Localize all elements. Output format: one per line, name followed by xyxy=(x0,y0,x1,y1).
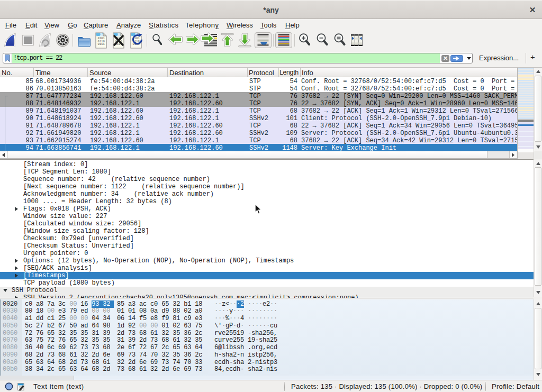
svg-text:0111: 0111 xyxy=(97,42,105,46)
